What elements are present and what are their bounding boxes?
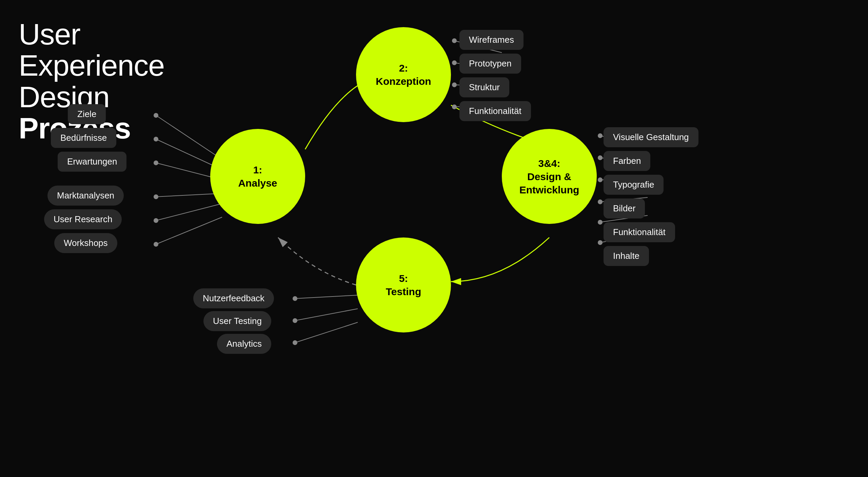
tag-bilder: Bilder — [604, 198, 645, 218]
svg-line-6 — [156, 204, 222, 221]
svg-point-20 — [452, 82, 457, 87]
svg-point-13 — [154, 242, 158, 247]
circle-design: 3&4:Design &Entwicklung — [502, 129, 597, 224]
svg-line-36 — [295, 322, 358, 343]
svg-line-35 — [295, 309, 358, 321]
svg-point-19 — [452, 60, 457, 65]
circle-analyse-label: 1:Analyse — [238, 163, 277, 190]
title-line1: User — [19, 19, 164, 50]
tag-workshops: Workshops — [54, 233, 117, 253]
svg-point-33 — [598, 240, 603, 245]
circle-testing: 5:Testing — [356, 237, 451, 332]
svg-point-11 — [154, 194, 158, 199]
svg-point-12 — [154, 218, 158, 223]
svg-line-34 — [295, 295, 358, 299]
svg-point-28 — [598, 133, 603, 138]
circle-konzeption: 2:Konzeption — [356, 27, 451, 122]
tag-typografie: Typografie — [604, 175, 664, 195]
svg-line-5 — [156, 193, 222, 197]
tag-beduerfnisse: Bedürfnisse — [51, 128, 116, 148]
svg-line-7 — [156, 217, 222, 244]
svg-point-37 — [293, 296, 297, 301]
circle-design-label: 3&4:Design &Entwicklung — [519, 157, 579, 196]
svg-point-18 — [452, 38, 457, 43]
tag-farben: Farben — [604, 151, 650, 171]
tag-marktanalysen: Marktanalysen — [47, 186, 124, 206]
tag-nutzerfeedback: Nutzerfeedback — [193, 288, 274, 308]
tag-funktionalitaet-d: Funktionalität — [604, 222, 675, 242]
tag-analytics: Analytics — [217, 334, 271, 354]
svg-point-38 — [293, 318, 297, 323]
svg-point-32 — [598, 220, 603, 225]
tag-inhalte: Inhalte — [604, 246, 649, 266]
tag-visuelle-gestaltung: Visuelle Gestaltung — [604, 127, 698, 147]
tag-struktur: Struktur — [459, 77, 509, 97]
circle-analyse: 1:Analyse — [210, 129, 305, 224]
svg-point-10 — [154, 160, 158, 165]
page-title: User Experience Design Prozess — [19, 19, 164, 144]
svg-line-2 — [156, 115, 222, 159]
svg-point-31 — [598, 199, 603, 204]
svg-point-30 — [598, 177, 603, 182]
circle-testing-label: 5:Testing — [386, 272, 421, 298]
tag-user-research: User Research — [44, 209, 122, 229]
tag-ziele: Ziele — [68, 104, 106, 124]
circle-konzeption-label: 2:Konzeption — [376, 61, 431, 88]
svg-point-29 — [598, 155, 603, 160]
tag-wireframes: Wireframes — [459, 30, 524, 50]
tag-prototypen: Prototypen — [459, 54, 521, 74]
svg-point-21 — [452, 104, 457, 109]
svg-point-39 — [293, 340, 297, 345]
tag-erwartungen: Erwartungen — [58, 152, 126, 172]
tag-funktionalitaet-k: Funktionalität — [459, 101, 531, 121]
tag-user-testing: User Testing — [203, 311, 271, 331]
title-line2: Experience — [19, 50, 164, 81]
